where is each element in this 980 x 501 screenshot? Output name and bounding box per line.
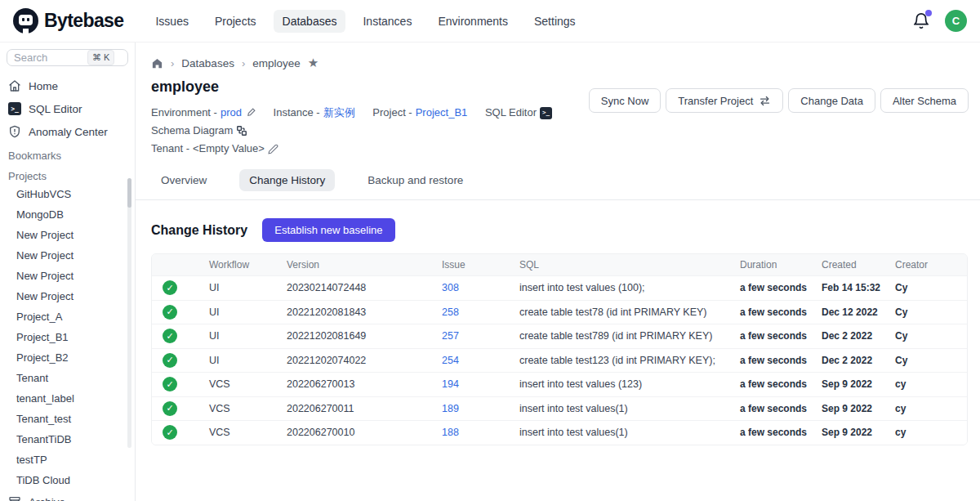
tab-overview[interactable]: Overview [151, 169, 216, 191]
issue-link[interactable]: 257 [442, 330, 459, 342]
pen-nib-icon [245, 108, 256, 119]
version-cell: 20221202081843 [287, 306, 442, 318]
sql-editor-shortcut[interactable]: SQL Editor >_ [485, 104, 552, 122]
sidebar-item-sql-editor[interactable]: >_ SQL Editor [0, 97, 135, 120]
project-item-tenant[interactable]: Tenant [0, 368, 135, 388]
sidebar-bottom: Archive Enterprise Plan [0, 490, 135, 501]
sidebar-section-bookmarks[interactable]: Bookmarks [0, 143, 135, 163]
sidebar-scrollbar-track[interactable] [127, 178, 131, 448]
breadcrumb-employee[interactable]: employee [252, 57, 301, 69]
schema-diagram-label: Schema Diagram [151, 122, 233, 140]
breadcrumb-home-icon[interactable] [151, 57, 163, 69]
workflow-cell: UI [209, 306, 287, 318]
status-cell: ✓ [152, 377, 209, 391]
creator-cell: cy [895, 403, 967, 414]
created-cell: Sep 9 2022 [822, 427, 895, 438]
creator-cell: Cy [895, 355, 967, 366]
creator-cell: cy [895, 427, 967, 438]
project-item-tenant-label[interactable]: tenant_label [0, 388, 135, 409]
schema-diagram-shortcut[interactable]: Schema Diagram [151, 122, 247, 140]
table-row[interactable]: ✓UI20221202081843258create table test78 … [152, 300, 967, 324]
instance-link[interactable]: 新实例 [323, 104, 355, 122]
nav-item-settings[interactable]: Settings [525, 10, 585, 33]
breadcrumb: › Databases › employee ★ [136, 42, 980, 70]
nav-item-instances[interactable]: Instances [354, 10, 421, 33]
environment-link[interactable]: prod [220, 104, 242, 122]
nav-item-issues[interactable]: Issues [146, 10, 197, 33]
main-content: › Databases › employee ★ employee Enviro… [136, 42, 980, 501]
sidebar-scrollbar-thumb[interactable] [127, 178, 131, 208]
establish-baseline-button[interactable]: Establish new baseline [262, 218, 394, 242]
search-box[interactable]: ⌘ K [7, 49, 128, 66]
sidebar-item-archive[interactable]: Archive [0, 490, 135, 501]
project-item-new-project[interactable]: New Project [0, 245, 135, 266]
alter-schema-button[interactable]: Alter Schema [880, 88, 969, 113]
brand-name: Bytebase [44, 10, 123, 32]
col-issue: Issue [442, 259, 519, 271]
user-avatar[interactable]: C [945, 10, 967, 32]
issue-link[interactable]: 308 [442, 282, 459, 293]
project-item-tenanttidb[interactable]: TenantTiDB [0, 429, 135, 450]
bookmark-star-icon[interactable]: ★ [308, 56, 318, 70]
project-item-project-b1[interactable]: Project_B1 [0, 327, 135, 347]
status-done-icon: ✓ [163, 353, 177, 368]
edit-pencil-icon[interactable] [268, 144, 278, 154]
table-row[interactable]: ✓UI20221202081649257create table test789… [152, 324, 967, 348]
project-item-githubvcs[interactable]: GitHubVCS [0, 184, 135, 204]
nav-item-databases[interactable]: Databases [274, 10, 346, 33]
sidebar-item-home[interactable]: Home [0, 74, 135, 97]
nav-item-projects[interactable]: Projects [206, 10, 265, 33]
table-row[interactable]: ✓VCS202206270011189insert into test valu… [152, 396, 967, 421]
notification-bell-icon[interactable] [912, 12, 930, 30]
project-item-tenant-test[interactable]: Tenant_test [0, 409, 135, 429]
created-cell: Sep 9 2022 [822, 378, 895, 390]
issue-link[interactable]: 254 [442, 355, 459, 366]
project-item-new-project[interactable]: New Project [0, 286, 135, 306]
workflow-cell: UI [209, 282, 287, 293]
bytebase-logo[interactable]: Bytebase [13, 8, 123, 34]
issue-link[interactable]: 258 [442, 306, 459, 318]
sidebar-item-anomaly-center[interactable]: Anomaly Center [0, 120, 135, 143]
status-done-icon: ✓ [163, 305, 177, 320]
table-row[interactable]: ✓VCS202206270010188insert into test valu… [152, 420, 967, 445]
col-creator: Creator [895, 259, 967, 271]
sql-cell: create table test789 (id int PRIMARY KEY… [519, 330, 740, 342]
table-row[interactable]: ✓UI20230214072448308insert into test val… [152, 275, 967, 300]
duration-cell: a few seconds [740, 330, 822, 342]
table-row[interactable]: ✓VCS202206270013194insert into test valu… [152, 372, 967, 396]
sync-now-button[interactable]: Sync Now [589, 88, 662, 113]
tab-backup-and-restore[interactable]: Backup and restore [358, 169, 473, 191]
status-cell: ✓ [152, 353, 209, 368]
project-item-project-b2[interactable]: Project_B2 [0, 347, 135, 368]
creator-cell: Cy [895, 306, 967, 318]
project-item-new-project[interactable]: New Project [0, 225, 135, 245]
col-created: Created [822, 259, 895, 271]
sidebar-section-projects[interactable]: Projects [0, 163, 135, 184]
issue-link[interactable]: 188 [442, 427, 459, 438]
workflow-cell: UI [209, 330, 287, 342]
status-cell: ✓ [152, 305, 209, 320]
breadcrumb-databases[interactable]: Databases [181, 57, 234, 69]
project-item-new-project[interactable]: New Project [0, 266, 135, 286]
nav-item-environments[interactable]: Environments [429, 10, 517, 33]
table-row[interactable]: ✓UI20221202074022254create table test123… [152, 348, 967, 373]
archive-icon [8, 495, 21, 501]
created-cell: Sep 9 2022 [822, 403, 895, 414]
sidebar-item-label: Anomaly Center [29, 126, 108, 138]
project-item-tidb-cloud[interactable]: TiDB Cloud [0, 470, 135, 490]
project-link[interactable]: Project_B1 [416, 104, 468, 122]
project-label: Project - [372, 104, 412, 122]
tab-change-history[interactable]: Change History [239, 169, 335, 191]
search-input[interactable] [14, 51, 84, 64]
project-item-testtp[interactable]: testTP [0, 450, 135, 470]
issue-link[interactable]: 194 [442, 378, 459, 390]
project-item-mongodb[interactable]: MongoDB [0, 204, 135, 225]
duration-cell: a few seconds [740, 306, 822, 318]
col-duration: Duration [740, 259, 822, 271]
status-done-icon: ✓ [163, 280, 177, 295]
issue-link[interactable]: 189 [442, 403, 459, 414]
change-data-button[interactable]: Change Data [788, 88, 875, 113]
project-item-project-a[interactable]: Project_A [0, 306, 135, 327]
transfer-project-button[interactable]: Transfer Project [666, 88, 783, 113]
chevron-right-icon: › [171, 57, 174, 69]
